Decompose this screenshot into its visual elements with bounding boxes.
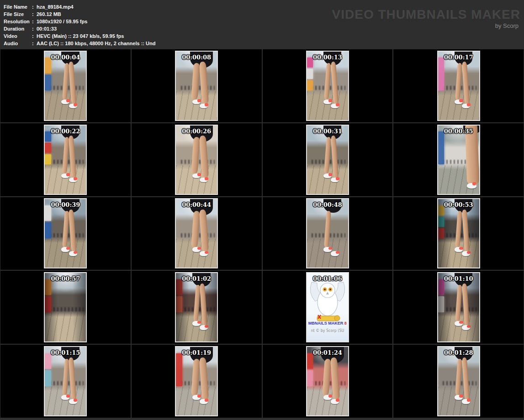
video-frame-thumbnail: MBNAILS MAKER 8 nt © by Scorp (SU 00:01:… bbox=[306, 346, 349, 416]
shop-sign bbox=[438, 58, 445, 90]
shop-signs bbox=[307, 131, 313, 164]
meta-colon: : bbox=[32, 32, 37, 40]
thumbnail-cell: MBNAILS MAKER 8 nt © by Scorp (SU 00:00:… bbox=[393, 49, 524, 122]
shop-signs bbox=[438, 353, 445, 386]
sneaker-heel-accent bbox=[467, 103, 471, 106]
night-vignette bbox=[176, 273, 217, 341]
shop-sign bbox=[45, 143, 51, 153]
thumbnail-cell: MBNAILS MAKER 8 nt © by Scorp (SU 00:00:… bbox=[393, 123, 524, 196]
thumbnail-cell: MBNAILS MAKER 8 nt © by Scorp (SU 00:01:… bbox=[393, 271, 524, 344]
video-frame-thumbnail: MBNAILS MAKER 8 nt © by Scorp (SU 00:00:… bbox=[44, 51, 87, 121]
shop-sign bbox=[307, 370, 313, 386]
meta-label: Resolution bbox=[4, 18, 32, 25]
thumbnail-cell: MBNAILS MAKER 8 nt © by Scorp (SU 00:01:… bbox=[132, 271, 262, 344]
sneaker-heel-accent bbox=[336, 103, 339, 106]
meta-label: Duration bbox=[4, 25, 32, 32]
meta-colon: : bbox=[32, 10, 37, 18]
shop-sign bbox=[45, 222, 51, 238]
timestamp-label: 00:00:17 bbox=[444, 54, 473, 61]
video-frame-thumbnail: MBNAILS MAKER 8 nt © by Scorp (SU 00:00:… bbox=[175, 125, 218, 195]
timestamp-label: 00:00:57 bbox=[51, 275, 80, 282]
video-frame-thumbnail: MBNAILS MAKER 8 nt © by Scorp (SU 00:00:… bbox=[437, 125, 480, 195]
sneaker-heel-accent bbox=[336, 177, 339, 180]
metadata-header: File Name : hza_89184.mp4 File Size : 26… bbox=[0, 0, 524, 49]
video-frame-thumbnail: MBNAILS MAKER 8 nt © by Scorp (SU 00:01:… bbox=[437, 346, 480, 416]
video-frame-thumbnail: MBNAILS MAKER 8 nt © by Scorp (SU 00:01:… bbox=[175, 272, 218, 342]
meta-value: 260.12 MB bbox=[37, 10, 61, 18]
shop-signs bbox=[307, 58, 313, 90]
timestamp-label: 00:01:02 bbox=[182, 275, 211, 282]
timestamp-label: 00:01:10 bbox=[444, 275, 473, 282]
timestamp-label: 00:01:24 bbox=[313, 349, 342, 356]
thumbnail-cell: MBNAILS MAKER 8 nt © by Scorp (SU 00:00:… bbox=[132, 123, 262, 196]
timestamp-label: 00:00:26 bbox=[182, 128, 211, 135]
shop-signs bbox=[45, 205, 51, 238]
thumbnail-cell: MBNAILS MAKER 8 nt © by Scorp (SU 00:00:… bbox=[132, 197, 262, 270]
shop-sign bbox=[307, 80, 313, 90]
timestamp-label: 00:00:22 bbox=[51, 128, 80, 135]
meta-label: Video bbox=[4, 32, 32, 40]
meta-colon: : bbox=[32, 40, 37, 47]
shop-sign bbox=[45, 75, 51, 91]
sneaker-heel-accent bbox=[459, 99, 463, 102]
thumbnail-cell: MBNAILS MAKER 8 nt © by Scorp (SU 00:00:… bbox=[0, 197, 131, 270]
thumbnail-cell: MBNAILS MAKER 8 nt © by Scorp (SU 00:00:… bbox=[263, 197, 393, 270]
thumbnail-cell: MBNAILS MAKER 8 nt © by Scorp (SU 00:01:… bbox=[263, 271, 393, 344]
sneaker-heel-accent bbox=[336, 399, 339, 402]
timestamp-label: 00:00:13 bbox=[313, 54, 342, 61]
thumbnail-cell: MBNAILS MAKER 8 nt © by Scorp (SU 00:00:… bbox=[0, 271, 131, 344]
meta-row-audio: Audio : AAC (LC) :: 180 kbps, 48000 Hz, … bbox=[4, 40, 520, 47]
timestamp-label: 00:01:15 bbox=[51, 349, 80, 356]
meta-colon: : bbox=[32, 25, 37, 32]
shop-sign bbox=[45, 58, 51, 74]
timestamp-label: 00:00:48 bbox=[313, 201, 342, 208]
timestamp-label: 00:00:04 bbox=[51, 54, 80, 61]
meta-value: hza_89184.mp4 bbox=[37, 3, 74, 10]
sneaker-heel-accent bbox=[328, 394, 332, 398]
shop-sign bbox=[45, 353, 51, 369]
timestamp-label: 00:01:28 bbox=[444, 349, 473, 356]
thumbnail-cell: MBNAILS MAKER 8 nt © by Scorp (SU 00:01:… bbox=[393, 345, 524, 418]
meta-colon: : bbox=[32, 3, 37, 10]
video-frame-thumbnail: MBNAILS MAKER 8 nt © by Scorp (SU 00:00:… bbox=[437, 198, 480, 268]
meta-label: Audio bbox=[4, 40, 32, 47]
shop-signs bbox=[176, 131, 182, 164]
sneaker-heel-accent bbox=[328, 173, 332, 176]
sneaker-heel-accent bbox=[328, 99, 332, 102]
timestamp-label: 00:00:44 bbox=[182, 201, 211, 208]
thumbnail-cell: MBNAILS MAKER 8 nt © by Scorp (SU 00:00:… bbox=[0, 123, 131, 196]
shop-sign bbox=[176, 353, 182, 386]
timestamp-label: 00:00:53 bbox=[444, 201, 473, 208]
meta-value: 00:01:33 bbox=[37, 25, 57, 32]
sneaker-heel-accent bbox=[467, 399, 471, 402]
thumbnail-cell: MBNAILS MAKER 8 nt © by Scorp (SU 00:01:… bbox=[132, 345, 262, 418]
video-frame-thumbnail: MBNAILS MAKER 8 nt © by Scorp (SU 00:00:… bbox=[44, 125, 87, 195]
shop-signs bbox=[176, 58, 182, 90]
night-vignette bbox=[438, 273, 479, 341]
thumbnail-cell: MBNAILS MAKER 8 nt © by Scorp (SU 00:01:… bbox=[0, 345, 131, 418]
timestamp-label: 00:00:31 bbox=[313, 128, 342, 135]
video-frame-thumbnail: MBNAILS MAKER 8 nt © by Scorp (SU 00:00:… bbox=[44, 198, 87, 268]
video-frame-thumbnail: MBNAILS MAKER 8 nt © by Scorp (SU 00:00:… bbox=[175, 198, 218, 268]
meta-row-video: Video : HEVC (Main) :: 23 047 kb/s, 59.9… bbox=[4, 32, 520, 40]
thumbnail-cell: MBNAILS MAKER 8 nt © by Scorp (SU 00:01:… bbox=[263, 345, 393, 418]
shop-signs bbox=[438, 58, 445, 90]
shop-signs bbox=[176, 353, 182, 386]
promo-text-line2: nt © by Scorp (SU bbox=[311, 329, 344, 333]
sneaker-heel-accent bbox=[205, 177, 208, 180]
shop-sign bbox=[45, 131, 51, 142]
thumbnail-grid: MBNAILS MAKER 8 nt © by Scorp (SU 00:00:… bbox=[0, 49, 524, 420]
app-logo: VIDEO THUMBNAILS MAKER by Scorp bbox=[332, 7, 520, 29]
shop-signs bbox=[307, 353, 313, 386]
shop-sign bbox=[307, 69, 313, 79]
thumbnail-cell: MBNAILS MAKER 8 nt © by Scorp (SU 00:00:… bbox=[132, 49, 262, 122]
shop-sign bbox=[307, 58, 313, 68]
thumbnail-cell: MBNAILS MAKER 8 nt © by Scorp (SU 00:00:… bbox=[0, 49, 131, 122]
thumbnail-cell: MBNAILS MAKER 8 nt © by Scorp (SU 00:00:… bbox=[263, 123, 393, 196]
meta-label: File Size bbox=[4, 10, 32, 18]
shop-signs bbox=[45, 131, 51, 164]
shop-sign bbox=[45, 205, 51, 221]
meta-value: HEVC (Main) :: 23 047 kb/s, 59.95 fps bbox=[37, 32, 124, 40]
timestamp-label: 00:00:35 bbox=[444, 128, 473, 135]
shop-signs bbox=[438, 131, 445, 164]
